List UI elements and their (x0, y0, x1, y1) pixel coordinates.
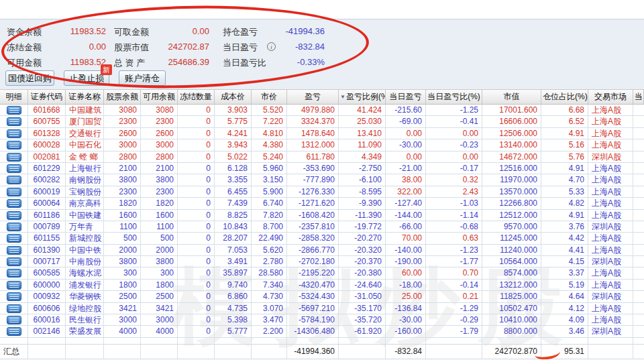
cell-price: 3.150 (252, 174, 287, 185)
table-row[interactable]: 600755厦门国贸2300230005.7757.2203324.37025.… (0, 116, 644, 127)
table-row[interactable]: 601390中国中铁2000200007.0535.620-2866.770-2… (0, 245, 644, 256)
cell-detail[interactable] (0, 210, 28, 221)
cell-detail[interactable] (0, 267, 28, 278)
detail-icon[interactable] (7, 223, 21, 231)
empty-cell (482, 338, 541, 344)
cell-market: 上海A股 (588, 233, 633, 243)
table-row[interactable]: 600282南钢股份3800380003.3553.150-777.890-6.… (0, 174, 644, 186)
column-header-15[interactable]: 当 (633, 90, 644, 104)
detail-icon[interactable] (7, 292, 21, 301)
column-header-10[interactable]: 当日盈亏 (386, 90, 426, 104)
toolbar-button-3[interactable]: 账户清仓 (119, 70, 166, 86)
cell-detail[interactable] (0, 314, 28, 325)
cell-detail[interactable] (0, 116, 28, 127)
cell-cost: 7.053 (215, 245, 252, 255)
table-row[interactable]: 002146荣盛发展4000400005.7772.200-14306.480-… (0, 326, 644, 337)
column-header-0[interactable]: 明细 (0, 90, 28, 104)
table-row[interactable]: 600019宝钢股份2300230006.4555.900-1276.330-8… (0, 186, 644, 198)
detail-icon[interactable] (7, 327, 21, 336)
column-header-2[interactable]: 证券名称 (66, 90, 104, 104)
cell-detail[interactable] (0, 128, 28, 139)
detail-icon[interactable] (7, 234, 21, 243)
column-header-9[interactable]: ▼盈亏比例(%) (339, 90, 386, 104)
detail-icon[interactable] (7, 304, 21, 313)
column-header-12[interactable]: 市值 (482, 90, 541, 104)
column-header-1[interactable]: 证券代码 (28, 90, 66, 104)
column-header-3[interactable]: 股票余额 (104, 90, 141, 104)
detail-icon[interactable] (7, 269, 21, 278)
cell-pnl_pct: 13.410 (339, 128, 386, 139)
cell-name: 万年青 (66, 221, 104, 232)
detail-icon[interactable] (7, 141, 21, 149)
column-header-7[interactable]: 市价 (252, 90, 287, 104)
cell-detail[interactable] (0, 280, 28, 290)
empty-cell (287, 338, 339, 344)
column-header-4[interactable]: 可用余额 (141, 90, 178, 104)
detail-icon[interactable] (7, 188, 21, 196)
detail-icon[interactable] (7, 129, 21, 138)
table-row[interactable]: 601229上海银行2100210006.1285.960-353.690-2.… (0, 163, 644, 174)
table-row[interactable]: 600064南京高科1820182007.4396.740-1271.620-9… (0, 198, 644, 209)
table-row[interactable]: 600028中国石化3000300003.9434.3801312.00011.… (0, 139, 644, 151)
detail-icon[interactable] (7, 176, 21, 184)
table-row[interactable]: 002081金 螳 螂2800280005.0225.240611.7804.3… (0, 152, 644, 163)
cell-detail[interactable] (0, 163, 28, 174)
cell-code: 601390 (28, 245, 66, 255)
cell-detail[interactable] (0, 245, 28, 255)
column-header-13[interactable]: 仓位占比(%) (541, 90, 588, 104)
column-header-6[interactable]: 成本价 (215, 90, 252, 104)
cell-day_pnl_pct: -0.29 (426, 314, 482, 325)
cell-detail[interactable] (0, 186, 28, 197)
toolbar-button-1[interactable]: 国债逆回购 (5, 70, 54, 86)
detail-icon[interactable] (7, 281, 21, 290)
summary-cell-10: -832.84 (386, 345, 426, 359)
column-header-8[interactable]: 盈亏 (287, 90, 339, 104)
table-row[interactable]: 000717中南股份3800380003.4912.780-2702.180-2… (0, 256, 644, 267)
cell-balance: 3800 (104, 256, 141, 267)
detail-icon[interactable] (7, 153, 21, 162)
cell-detail[interactable] (0, 152, 28, 162)
detail-icon[interactable] (7, 199, 21, 208)
cell-available: 3800 (141, 174, 178, 185)
cell-detail[interactable] (0, 198, 28, 208)
cell-frozen: 0 (178, 210, 215, 221)
table-row[interactable]: 601186中国铁建1600160008.8257.820-1608.420-1… (0, 210, 644, 221)
table-row[interactable]: 600000浦发银行1800180009.7407.340-4320.470-2… (0, 280, 644, 291)
trading-app-window: 模拟炒股 资金余额11983.52可取金额0.00持仓盈亏-41994.36冻结… (0, 0, 644, 362)
column-header-14[interactable]: 交易市场 (588, 90, 633, 104)
table-row[interactable]: 601328交通银行2600260004.2414.8101478.64013.… (0, 128, 644, 139)
table-row[interactable]: 000932华菱钢铁2500250006.8604.730-5324.430-3… (0, 291, 644, 302)
detail-icon[interactable] (7, 257, 21, 266)
cell-balance: 2500 (104, 291, 141, 302)
table-row[interactable]: 600016民生银行3000300005.3983.470-5784.190-3… (0, 314, 644, 326)
summary-cell-15 (633, 345, 644, 359)
column-header-11[interactable]: 当日盈亏比(%) (426, 90, 482, 104)
cell-detail[interactable] (0, 174, 28, 185)
cell-balance: 2600 (104, 128, 141, 139)
detail-icon[interactable] (7, 164, 21, 173)
detail-icon[interactable] (7, 106, 21, 115)
account-summary-panel: 资金余额11983.52可取金额0.00持仓盈亏-41994.36冻结金额0.0… (0, 19, 644, 89)
table-row[interactable]: 600585海螺水泥300300035.89728.580-2195.220-2… (0, 267, 644, 279)
cell-detail[interactable] (0, 326, 28, 337)
cell-detail[interactable] (0, 303, 28, 314)
cell-detail[interactable] (0, 291, 28, 302)
table-row[interactable]: 600606绿地控股3421342104.7353.070-5697.210-3… (0, 303, 644, 314)
detail-icon[interactable] (7, 246, 21, 255)
cell-detail[interactable] (0, 256, 28, 267)
cell-pnl_pct: -9.390 (339, 198, 386, 208)
detail-icon[interactable] (7, 316, 21, 324)
detail-icon[interactable] (7, 117, 21, 126)
cell-detail[interactable] (0, 139, 28, 150)
table-row[interactable]: 601668中国建筑3080308003.9035.5204979.88041.… (0, 105, 644, 116)
detail-icon[interactable] (7, 211, 21, 220)
cell-detail[interactable] (0, 105, 28, 115)
column-header-5[interactable]: 冻结数量 (178, 90, 215, 104)
table-row[interactable]: 601155新城控股500500028.20722.490-2858.320-2… (0, 233, 644, 244)
cell-day_pnl_pct: 0.00 (426, 152, 482, 162)
cell-detail[interactable] (0, 233, 28, 243)
cell-code: 000717 (28, 256, 66, 267)
cell-market: 深圳A股 (588, 256, 633, 267)
cell-detail[interactable] (0, 221, 28, 232)
table-row[interactable]: 000789万年青11001100010.8438.700-2357.810-1… (0, 221, 644, 233)
